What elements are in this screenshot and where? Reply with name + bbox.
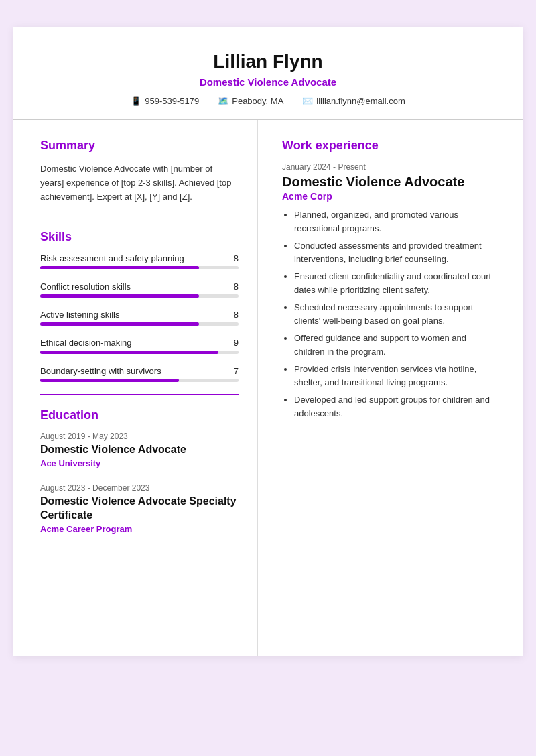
skill-item: Active listening skills 8 — [40, 310, 239, 326]
skill-item: Risk assessment and safety planning 8 — [40, 253, 239, 269]
skill-bar-fill — [40, 379, 179, 382]
phone-icon: 📱 — [131, 96, 141, 106]
work-list: January 2024 - Present Domestic Violence… — [282, 162, 498, 420]
skill-item: Ethical decision-making 9 — [40, 338, 239, 354]
contact-location: 🗺️ Peabody, MA — [218, 96, 283, 106]
candidate-title: Domestic Violence Advocate — [40, 76, 496, 88]
skill-score: 8 — [234, 281, 239, 292]
body-section: Summary Domestic Violence Advocate with … — [13, 120, 523, 656]
contact-email: ✉️ lillian.flynn@email.com — [302, 96, 405, 106]
left-column: Summary Domestic Violence Advocate with … — [13, 120, 258, 656]
education-entry: August 2019 - May 2023 Domestic Violence… — [40, 432, 239, 468]
edu-dates: August 2019 - May 2023 — [40, 432, 239, 441]
skills-divider — [40, 394, 239, 395]
work-entry: January 2024 - Present Domestic Violence… — [282, 162, 498, 420]
right-column: Work experience January 2024 - Present D… — [258, 120, 523, 656]
skill-bar-fill — [40, 294, 199, 298]
skill-score: 7 — [234, 366, 239, 376]
skill-label: Boundary-setting with survivors — [40, 366, 161, 376]
skill-label: Risk assessment and safety planning — [40, 253, 184, 263]
education-title: Education — [40, 408, 239, 422]
skill-score: 8 — [234, 310, 239, 320]
email-icon: ✉️ — [302, 96, 313, 106]
skill-label-row: Active listening skills 8 — [40, 310, 239, 320]
location-icon: 🗺️ — [218, 96, 228, 106]
work-bullet: Scheduled necessary appointments to supp… — [294, 301, 498, 327]
edu-institution: Acme Career Program — [40, 524, 239, 534]
skill-bar-background — [40, 294, 239, 298]
resume-container: Lillian Flynn Domestic Violence Advocate… — [13, 27, 523, 656]
edu-institution: Ace University — [40, 458, 239, 468]
phone-number: 959-539-5179 — [145, 96, 199, 106]
skills-section: Skills Risk assessment and safety planni… — [40, 230, 239, 395]
skill-bar-fill — [40, 266, 199, 269]
summary-divider — [40, 216, 239, 216]
summary-title: Summary — [40, 139, 239, 153]
contact-phone: 📱 959-539-5179 — [131, 96, 199, 106]
education-section: Education August 2019 - May 2023 Domesti… — [40, 408, 239, 533]
email-text: lillian.flynn@email.com — [316, 96, 405, 106]
education-entry: August 2023 - December 2023 Domestic Vio… — [40, 483, 239, 534]
summary-section: Summary Domestic Violence Advocate with … — [40, 139, 239, 216]
skill-bar-background — [40, 266, 239, 269]
education-list: August 2019 - May 2023 Domestic Violence… — [40, 432, 239, 533]
skill-item: Conflict resolution skills 8 — [40, 281, 239, 298]
skill-label-row: Ethical decision-making 9 — [40, 338, 239, 348]
candidate-name: Lillian Flynn — [40, 51, 496, 72]
edu-degree: Domestic Violence Advocate — [40, 443, 239, 457]
skill-bar-background — [40, 379, 239, 382]
skill-bar-fill — [40, 322, 199, 326]
edu-degree: Domestic Violence Advocate Specialty Cer… — [40, 495, 239, 523]
work-experience-title: Work experience — [282, 139, 498, 153]
skill-bar-fill — [40, 351, 218, 354]
skill-label-row: Boundary-setting with survivors 7 — [40, 366, 239, 376]
skills-title: Skills — [40, 230, 239, 244]
skill-label: Conflict resolution skills — [40, 281, 131, 292]
summary-text: Domestic Violence Advocate with [number … — [40, 162, 239, 204]
work-bullet: Provided crisis intervention services vi… — [294, 363, 498, 389]
work-bullet: Developed and led support groups for chi… — [294, 393, 498, 420]
skill-score: 8 — [234, 253, 239, 263]
work-dates: January 2024 - Present — [282, 162, 498, 172]
skill-label-row: Risk assessment and safety planning 8 — [40, 253, 239, 263]
edu-dates: August 2023 - December 2023 — [40, 483, 239, 493]
skill-score: 9 — [234, 338, 239, 348]
skill-bar-background — [40, 322, 239, 326]
work-bullet: Offered guidance and support to women an… — [294, 332, 498, 358]
location-text: Peabody, MA — [232, 96, 283, 106]
header-section: Lillian Flynn Domestic Violence Advocate… — [13, 27, 523, 120]
skill-label: Active listening skills — [40, 310, 120, 320]
skill-item: Boundary-setting with survivors 7 — [40, 366, 239, 382]
skill-bar-background — [40, 351, 239, 354]
skill-label: Ethical decision-making — [40, 338, 132, 348]
work-bullet: Conducted assessments and provided treat… — [294, 239, 498, 265]
work-company: Acme Corp — [282, 191, 498, 202]
skill-label-row: Conflict resolution skills 8 — [40, 281, 239, 292]
work-bullet: Planned, organized, and promoted various… — [294, 208, 498, 235]
work-title: Domestic Violence Advocate — [282, 174, 498, 190]
contact-row: 📱 959-539-5179 🗺️ Peabody, MA ✉️ lillian… — [40, 96, 496, 106]
work-bullet: Ensured client confidentiality and coord… — [294, 270, 498, 296]
work-bullets-list: Planned, organized, and promoted various… — [282, 208, 498, 420]
skills-list: Risk assessment and safety planning 8 Co… — [40, 253, 239, 382]
